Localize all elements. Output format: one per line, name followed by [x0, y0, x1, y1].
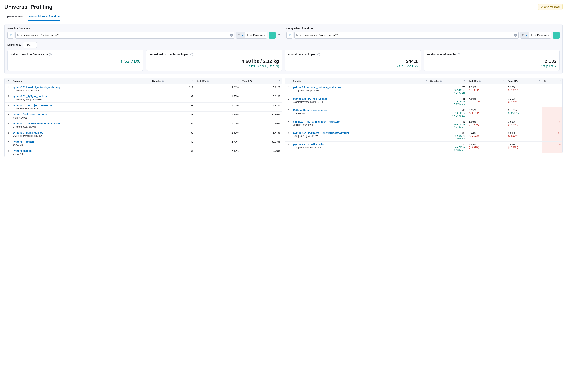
row-self-cpu: 2.43%(↓ 0.32%)	[467, 141, 506, 153]
chevron-down-icon[interactable]: ˅	[192, 80, 193, 82]
function-link[interactable]: python3.7: _PyType_Lookup	[293, 97, 427, 100]
chevron-down-icon[interactable]: ˅	[148, 80, 149, 82]
self-delta: (↓ 1.69%)	[469, 135, 504, 137]
function-link[interactable]: Python: flask_route_interest	[13, 113, 149, 116]
function-link[interactable]: python3.7: lookdict_unicode_nodummy	[293, 86, 427, 89]
calendar-icon[interactable]: ▼	[236, 32, 245, 39]
function-link[interactable]: Python: encode	[13, 149, 149, 152]
give-feedback-button[interactable]: Give feedback	[538, 4, 563, 10]
copy-icon[interactable]: ⧉	[479, 80, 481, 82]
samples-abs: ↑ 5.27% abs	[430, 103, 465, 106]
info-icon[interactable]: ?	[458, 53, 460, 56]
function-path: os.py#679	[13, 143, 149, 146]
baseline-clear-button[interactable]: ✕	[230, 34, 233, 37]
col-self-cpu[interactable]: Self CPU⧉˅	[467, 78, 506, 84]
sort-desc-button[interactable]: ˅	[288, 80, 290, 82]
sort-asc-button[interactable]: ↑	[287, 80, 288, 82]
chevron-down-icon[interactable]: ˅	[279, 80, 280, 82]
col-samples[interactable]: Samples⧉˅	[150, 78, 195, 84]
col-self-cpu[interactable]: Self CPU⧉˅	[195, 78, 240, 84]
row-total-cpu: 7.65%	[240, 121, 282, 130]
row-rank: 6	[285, 141, 291, 153]
function-path: ../Objects/object.c#1235	[293, 135, 427, 138]
col-function[interactable]: Function˅	[11, 78, 150, 84]
row-self-cpu: 2.81%	[195, 130, 240, 139]
function-link[interactable]: python3.7: frame_dealloc	[13, 131, 149, 134]
function-link[interactable]: Python: __getitem__	[13, 140, 149, 143]
samples-rel: ↑ 36.94% rel	[430, 89, 465, 91]
baseline-query-input[interactable]: ✕	[15, 32, 235, 39]
row-diff: ↓ 11	[542, 130, 563, 141]
copy-icon[interactable]: ⧉	[207, 80, 209, 82]
row-rank: 3	[4, 102, 11, 112]
info-icon[interactable]: ?	[49, 53, 52, 56]
col-total-cpu[interactable]: Total CPU˅	[506, 78, 542, 84]
table-row: 1python3.7: lookdict_unicode_nodummy../O…	[4, 84, 282, 94]
comparison-time-value[interactable]: Last 15 minutes	[529, 32, 551, 39]
function-link[interactable]: Python: flask_route_interest	[293, 109, 427, 112]
table-row: 2python3.7: _PyType_Lookup../Objects/typ…	[285, 96, 563, 107]
comparison-query-input[interactable]: ✕	[294, 32, 519, 39]
up-arrow-icon: ↑	[539, 65, 540, 68]
function-link[interactable]: python3.7: _PyObject_GetMethod	[13, 104, 149, 107]
function-link[interactable]: python3.7: _PyEval_EvalCodeWithName	[13, 122, 149, 125]
col-function[interactable]: Function˅	[291, 78, 429, 84]
col-diff[interactable]: Diff˅	[542, 78, 563, 84]
total-delta: (↓ 1.99%)	[508, 100, 540, 103]
baseline-time-picker[interactable]: ▼ Last 15 minutes	[236, 32, 267, 39]
baseline-time-value[interactable]: Last 15 minutes	[245, 32, 267, 39]
row-samples: 66	[150, 121, 195, 130]
function-path: ../Python/ceval.c#3946	[13, 126, 149, 128]
sort-asc-button[interactable]: ↑	[6, 80, 7, 82]
row-function: python3.7: lookdict_unicode_nodummy../Ob…	[291, 84, 429, 96]
chevron-down-icon[interactable]: ˅	[464, 80, 465, 82]
baseline-filter-options-button[interactable]	[7, 32, 14, 39]
row-rank: 5	[4, 121, 11, 130]
chevron-down-icon[interactable]: ˅	[539, 80, 540, 82]
sort-desc-button[interactable]: ˅	[8, 80, 9, 82]
col-total-cpu[interactable]: Total CPU˅	[240, 78, 282, 84]
baseline-query-field[interactable]	[21, 34, 229, 37]
function-link[interactable]: vmlinux: _raw_spin_unlock_irqrestore	[293, 120, 427, 123]
info-icon[interactable]: ?	[190, 53, 193, 56]
table-row: 5python3.7: _PyObject_GenericGetAttrWith…	[285, 130, 563, 141]
tab-differential-topn[interactable]: Differential TopN functions	[28, 13, 60, 20]
comparison-query-field[interactable]	[300, 34, 512, 37]
function-path: ../Objects/typeobject.c#3085	[13, 98, 149, 101]
row-samples: 60	[150, 130, 195, 139]
copy-icon[interactable]: ⧉	[440, 80, 442, 82]
row-self-cpu: 4.56%(↓ <0.01%)	[467, 96, 506, 107]
function-path: ../Objects/obmalloc.c#1436	[293, 146, 427, 149]
col-samples[interactable]: Samples⧉˅	[429, 78, 467, 84]
calendar-icon[interactable]: ▼	[520, 32, 529, 39]
baseline-refresh-button[interactable]	[269, 32, 276, 39]
samples-rel: ↑ 53.61% rel	[430, 100, 465, 103]
swap-icon[interactable]	[277, 32, 281, 39]
function-link[interactable]: python3.7: _PyType_Lookup	[13, 95, 149, 98]
row-total-cpu: 7.29%(↓ 2.09%)	[506, 84, 542, 96]
chevron-down-icon[interactable]: ˅	[238, 80, 239, 82]
comparison-time-picker[interactable]: ▼ Last 15 minutes	[520, 32, 551, 39]
row-function: Python: flask_route_interestinterest.py#…	[11, 112, 150, 121]
chevron-down-icon[interactable]: ˅	[560, 80, 561, 82]
svg-rect-3	[522, 34, 524, 36]
chevron-down-icon[interactable]: ˅	[426, 80, 427, 82]
function-link[interactable]: python3.7: pymalloc_alloc	[293, 143, 427, 146]
row-samples: 111	[150, 84, 195, 94]
card-samples-sub: 987 (53.71%)	[541, 65, 556, 68]
function-link[interactable]: python3.7: _PyObject_GenericGetAttrWithD…	[293, 132, 427, 135]
chevron-down-icon[interactable]: ˅	[503, 80, 504, 82]
row-samples: 89	[150, 102, 195, 112]
copy-icon[interactable]: ⧉	[162, 80, 164, 82]
row-samples: 83	[150, 112, 195, 121]
function-link[interactable]: python3.7: lookdict_unicode_nodummy	[13, 86, 149, 89]
comparison-filter-options-button[interactable]	[286, 32, 293, 39]
normalize-select[interactable]: Time ▼	[23, 42, 37, 48]
samples-rel: ↑ 16.67% rel	[430, 123, 465, 126]
comparison-refresh-button[interactable]	[553, 32, 560, 39]
tab-topn-functions[interactable]: TopN functions	[4, 13, 23, 20]
row-total-cpu: 3.55%(↓ 1.58%)	[506, 119, 542, 130]
info-icon[interactable]: ?	[318, 53, 320, 56]
comparison-clear-button[interactable]: ✕	[514, 34, 517, 37]
function-path: ../Objects/object.c#1144	[13, 107, 149, 110]
